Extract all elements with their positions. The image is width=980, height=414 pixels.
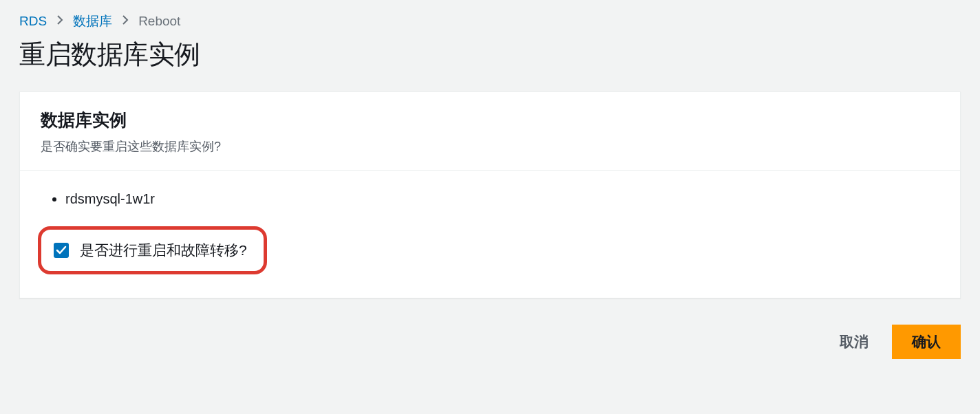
chevron-right-icon bbox=[56, 15, 63, 28]
breadcrumb-link-rds[interactable]: RDS bbox=[19, 14, 47, 29]
instance-list: rdsmysql-1w1r bbox=[41, 191, 939, 207]
panel-title: 数据库实例 bbox=[41, 109, 939, 131]
failover-checkbox-highlight: 是否进行重启和故障转移? bbox=[38, 226, 267, 274]
confirm-button[interactable]: 确认 bbox=[892, 325, 961, 359]
page-title: 重启数据库实例 bbox=[19, 37, 961, 72]
check-icon bbox=[56, 245, 67, 256]
panel-body: rdsmysql-1w1r 是否进行重启和故障转移? bbox=[20, 171, 960, 298]
list-item: rdsmysql-1w1r bbox=[65, 191, 939, 207]
failover-checkbox[interactable] bbox=[54, 243, 69, 258]
failover-checkbox-label: 是否进行重启和故障转移? bbox=[80, 241, 247, 260]
breadcrumb-current: Reboot bbox=[138, 14, 180, 29]
breadcrumb: RDS 数据库 Reboot bbox=[19, 12, 961, 30]
action-bar: 取消 确认 bbox=[19, 325, 961, 359]
cancel-button[interactable]: 取消 bbox=[835, 325, 873, 358]
chevron-right-icon bbox=[122, 15, 129, 28]
breadcrumb-link-databases[interactable]: 数据库 bbox=[73, 12, 112, 30]
panel-subtitle: 是否确实要重启这些数据库实例? bbox=[41, 138, 939, 155]
reboot-panel: 数据库实例 是否确实要重启这些数据库实例? rdsmysql-1w1r 是否进行… bbox=[19, 91, 961, 298]
panel-header: 数据库实例 是否确实要重启这些数据库实例? bbox=[20, 92, 960, 171]
